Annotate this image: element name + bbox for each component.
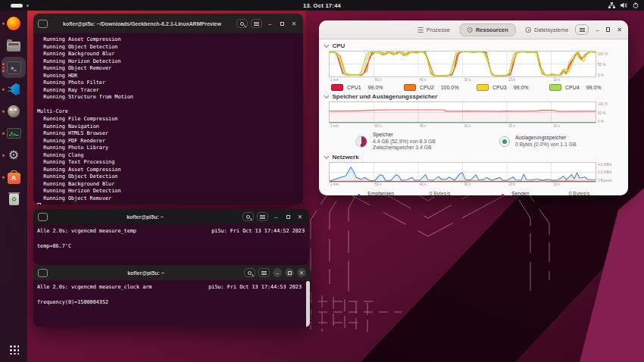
maximize-button[interactable]	[606, 27, 611, 32]
maximize-button[interactable]	[285, 268, 294, 277]
workspace-indicator-pill[interactable]	[11, 4, 23, 8]
terminal-line: Running Photo Filter	[37, 80, 303, 87]
dock-item-terminal[interactable]: >_	[2, 58, 25, 77]
running-indicator	[2, 154, 5, 157]
running-indicator	[2, 133, 5, 135]
tab-ressourcen[interactable]: Ressourcen	[460, 23, 516, 36]
network-section-header[interactable]: Netzwerk	[325, 154, 622, 161]
search-button[interactable]	[236, 19, 248, 28]
maximize-button[interactable]	[277, 19, 286, 28]
dock-item-trash[interactable]: ♻	[2, 189, 25, 209]
recv-label: Empfangen	[367, 191, 418, 195]
sysmon-icon	[7, 128, 21, 139]
memory-label: Speicher	[373, 132, 436, 139]
close-button[interactable]: ✕	[289, 19, 299, 28]
search-button[interactable]	[242, 212, 254, 221]
x-axis-label: 1 min	[330, 183, 339, 186]
x-axis-label: 50 s	[375, 78, 382, 82]
search-icon	[248, 271, 252, 275]
dock-item-appcenter[interactable]: A	[2, 167, 25, 187]
legend-item-cpu2[interactable]: CPU2100.0%	[404, 84, 477, 91]
network-section-title: Netzwerk	[333, 154, 359, 161]
tab-dateisysteme[interactable]: Dateisysteme	[519, 23, 575, 36]
settings-icon: ⚙	[8, 149, 19, 161]
workspace-indicator-dot[interactable]	[27, 5, 29, 7]
dock-item-files[interactable]	[2, 36, 25, 55]
terminal-line: Running File Compression	[37, 116, 303, 123]
system-tray[interactable]	[608, 0, 639, 11]
dock: >_⚙A♻	[0, 11, 27, 362]
menu-button[interactable]	[257, 212, 268, 221]
close-button[interactable]: ✕	[617, 27, 622, 33]
scrollbar[interactable]	[306, 281, 310, 327]
terminal-line: Running Object Remover	[37, 65, 303, 73]
watch-output: frequency(0)=1500004352	[33, 298, 311, 306]
watch-host-time: pi5u: Fri Oct 13 17:44:53 2023	[208, 283, 302, 291]
terminal-window-clock: kofler@pi5u: ~ – ✕ Alle 2.0s: vcgencmd m…	[33, 265, 311, 327]
dock-item-vscode[interactable]	[2, 80, 25, 99]
y-axis-label: 50 %	[598, 62, 605, 66]
desktop: 13. Oct 17:44 >_⚙A♻ kofler@pi5u: ~/Downl…	[0, 0, 644, 362]
y-axis-label: 2.0 KiB/s	[598, 170, 611, 174]
clock[interactable]: 13. Oct 17:44	[303, 2, 341, 9]
legend-item-cpu1[interactable]: CPU199.0%	[331, 84, 404, 91]
minimize-button[interactable]: –	[265, 19, 274, 28]
x-axis-label: 30 s	[464, 78, 471, 82]
network-icon	[608, 2, 615, 8]
terminal-title: kofler@pi5u: ~	[51, 270, 241, 276]
close-button[interactable]: ✕	[297, 268, 306, 277]
terminal-output[interactable]: Alle 2.0s: vcgencmd measure_clock arm pi…	[33, 280, 311, 327]
new-tab-icon[interactable]	[38, 20, 48, 28]
minimize-button[interactable]: –	[273, 268, 282, 277]
swap-dot-icon	[499, 136, 510, 147]
terminal-titlebar[interactable]: kofler@pi5u: ~ – ✕	[33, 265, 311, 280]
system-monitor-headerbar[interactable]: ProzesseRessourcenDateisysteme – ✕	[319, 20, 628, 39]
dock-item-appgrid[interactable]	[2, 339, 25, 359]
close-button[interactable]: ✕	[295, 212, 305, 221]
watch-command: Alle 2.0s: vcgencmd measure_clock arm	[37, 283, 152, 291]
legend-item-cpu4[interactable]: CPU499.0%	[549, 84, 622, 91]
legend-item-cpu3[interactable]: CPU399.0%	[477, 84, 549, 91]
maximize-button[interactable]	[283, 212, 292, 221]
hamburger-icon	[261, 271, 267, 275]
memory-section-header[interactable]: Speicher und Auslagerungsspeicher	[325, 93, 622, 100]
minimize-button[interactable]: –	[271, 212, 280, 221]
terminal-output[interactable]: Running Asset Compression Running Object…	[33, 33, 303, 204]
terminal-titlebar[interactable]: kofler@pi5u: ~ – ✕	[33, 209, 309, 224]
tab-prozesse[interactable]: Prozesse	[411, 23, 457, 36]
watch-host-time: pi5u: Fri Oct 13 17:44:52 2023	[211, 227, 305, 235]
new-tab-icon[interactable]	[38, 213, 48, 221]
minimize-button[interactable]: –	[596, 27, 599, 33]
y-axis-label: 0 %	[598, 73, 604, 77]
memory-x-axis: 1 min50 s40 s30 s20 s10 s	[329, 123, 596, 129]
cpu-section-header[interactable]: CPU	[325, 42, 622, 49]
terminal-line: Running Ray Tracer	[37, 87, 303, 95]
maximize-icon	[288, 271, 292, 275]
dock-item-sysmon[interactable]	[2, 123, 25, 143]
vscode-icon	[8, 83, 20, 95]
dock-item-firefox[interactable]	[2, 14, 25, 33]
search-button[interactable]	[244, 268, 255, 277]
dock-item-gimp[interactable]	[2, 101, 25, 121]
legend-value: 99.0%	[514, 85, 529, 90]
menu-button[interactable]	[258, 268, 270, 277]
new-tab-icon[interactable]	[38, 269, 48, 277]
menu-button[interactable]	[575, 24, 589, 35]
recv-rate: 0 Bytes/s	[429, 191, 450, 195]
send-label: Senden	[511, 191, 558, 195]
x-axis-label: 20 s	[508, 78, 515, 82]
terminal-titlebar[interactable]: kofler@pi5u: ~/Downloads/Geekbench-6.2.1…	[33, 14, 303, 33]
terminal-output[interactable]: Alle 2.0s: vcgencmd measure_temp pi5u: F…	[33, 224, 309, 265]
terminal-icon: >_	[7, 61, 21, 74]
x-axis-label: 40 s	[420, 183, 427, 186]
legend-swatch	[331, 84, 343, 91]
memory-cache-value: Zwischenspeicher 3.4 GB	[373, 145, 436, 151]
x-axis-label: 1 min	[330, 78, 339, 82]
menu-button[interactable]	[251, 19, 262, 28]
dock-item-settings[interactable]: ⚙	[2, 145, 25, 165]
upload-arrow-icon: ⬆	[499, 193, 506, 195]
chevron-down-icon	[324, 154, 328, 158]
x-axis-label: 30 s	[464, 183, 471, 186]
gauge-icon	[467, 27, 473, 33]
legend-swatch	[404, 84, 416, 91]
